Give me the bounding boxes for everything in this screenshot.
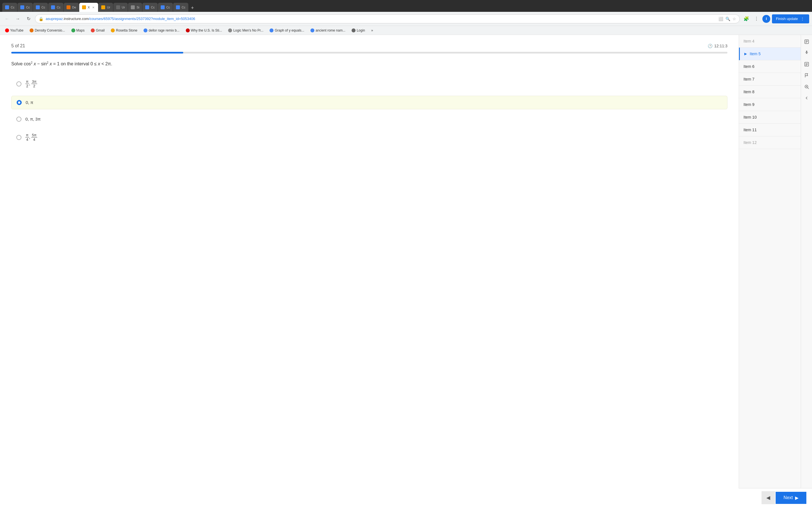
- url-display: asuprepaz.instructure.com/courses/65975/…: [46, 17, 716, 21]
- tab-9[interactable]: Si: [128, 3, 142, 12]
- radio-button-4[interactable]: [16, 135, 21, 140]
- previous-button[interactable]: ◀: [762, 491, 775, 504]
- navigation-bar: ← → ↻ 🔒 asuprepaz.instructure.com/course…: [0, 12, 812, 26]
- zoom-tool-icon[interactable]: [802, 82, 811, 91]
- option-text-1: π2, 3π2: [26, 79, 37, 89]
- back-button[interactable]: ←: [3, 15, 11, 23]
- tab-7[interactable]: Ur: [98, 3, 113, 12]
- tab-10[interactable]: Cc: [142, 3, 157, 12]
- sidebar-item-10[interactable]: Item 10: [739, 111, 801, 124]
- bookmark-logic[interactable]: Logic Men's No Pr...: [226, 27, 266, 33]
- answer-option-3[interactable]: 0, π, 3π: [11, 113, 727, 126]
- sidebar-item-11[interactable]: Item 11: [739, 124, 801, 136]
- answer-option-1[interactable]: π2, 3π2: [11, 75, 727, 93]
- tab-8[interactable]: Ur: [113, 3, 128, 12]
- security-icon: 🔒: [39, 17, 43, 21]
- option-text-2: 0, π: [26, 100, 33, 105]
- tab-4[interactable]: Cc: [48, 3, 63, 12]
- bookmark-density[interactable]: Density Conversio...: [28, 27, 67, 33]
- browser-chrome: Cc Cc Cc Cc De X ✕ Ur Ur: [0, 0, 812, 35]
- prev-arrow-icon: ◀: [766, 495, 770, 501]
- sidebar-item-9[interactable]: Item 9: [739, 98, 801, 111]
- progress-bar: [11, 52, 727, 54]
- option-text-4: π4, 5π4: [26, 133, 37, 142]
- question-text: Solve cos2 x − sin2 x = 1 on the interva…: [11, 60, 727, 68]
- radio-button-1[interactable]: [16, 81, 21, 87]
- clock-icon: 🕐: [708, 44, 712, 48]
- tab-5[interactable]: De: [64, 3, 79, 12]
- progress-bar-fill: [11, 52, 183, 54]
- tab-12[interactable]: Cc: [173, 3, 188, 12]
- new-tab-button[interactable]: +: [189, 4, 197, 12]
- active-item-arrow: ▶: [744, 52, 747, 56]
- sidebar-item-7[interactable]: Item 7: [739, 73, 801, 86]
- forward-button[interactable]: →: [13, 15, 22, 23]
- tab-11[interactable]: Cc: [158, 3, 173, 12]
- extensions-icon[interactable]: 🧩: [742, 15, 751, 23]
- bookmark-dellor[interactable]: dellor rage remix b...: [141, 27, 182, 33]
- bookmark-star-icon[interactable]: ☆: [732, 17, 736, 21]
- next-arrow-icon: ▶: [795, 495, 799, 501]
- next-button[interactable]: Next ▶: [776, 492, 806, 504]
- time-display: 🕐 12:11:3: [708, 44, 727, 48]
- cast-icon: ⬜: [718, 17, 723, 21]
- option-text-3: 0, π, 3π: [26, 117, 41, 121]
- flag-tool-icon[interactable]: [802, 71, 811, 80]
- bookmark-more[interactable]: »: [369, 27, 375, 33]
- reload-button[interactable]: ↻: [24, 15, 33, 23]
- profile-button[interactable]: I: [762, 15, 770, 23]
- sidebar-item-4[interactable]: Item 4: [739, 35, 801, 48]
- sidebar-item-8[interactable]: Item 8: [739, 86, 801, 98]
- notes-tool-icon[interactable]: [802, 60, 811, 69]
- finish-update-menu-icon: ⋮: [800, 16, 805, 22]
- radio-button-2[interactable]: [17, 100, 22, 105]
- bookmark-gmail[interactable]: Gmail: [89, 27, 107, 33]
- svg-line-10: [808, 88, 809, 89]
- bookmark-login[interactable]: Login: [349, 27, 367, 33]
- tab-3[interactable]: Cc: [33, 3, 48, 12]
- search-icon[interactable]: 🔍: [725, 17, 730, 21]
- radio-inner-2: [18, 101, 20, 104]
- bookmark-youtube[interactable]: YouTube: [3, 27, 26, 33]
- bookmark-why-us[interactable]: Why the U.S. Is Sti...: [184, 27, 224, 33]
- item-sidebar: Item 4 ▶ Item 5 Item 6 Item 7 Item 8 Ite…: [739, 35, 801, 507]
- answer-option-4[interactable]: π4, 5π4: [11, 129, 727, 146]
- calculator-tool-icon[interactable]: [802, 37, 811, 46]
- tab-close-active[interactable]: ✕: [91, 5, 95, 9]
- tab-active[interactable]: X ✕: [79, 3, 98, 12]
- sidebar-item-12[interactable]: Item 12: [739, 136, 801, 149]
- bookmark-graph[interactable]: Graph of y equals...: [267, 27, 306, 33]
- tab-1[interactable]: Cc: [2, 3, 17, 12]
- svg-point-4: [806, 51, 807, 52]
- accessibility-tool-icon[interactable]: [802, 48, 811, 57]
- sidebar-item-5[interactable]: ▶ Item 5: [739, 48, 801, 60]
- answer-option-2[interactable]: 0, π: [11, 96, 727, 109]
- question-count: 5 of 21: [11, 43, 25, 48]
- collapse-panel-icon[interactable]: [802, 94, 811, 103]
- right-tool-panel: [801, 35, 812, 507]
- bookmark-ancient-rome[interactable]: ancient rome nam...: [308, 27, 348, 33]
- finish-update-button[interactable]: Finish update ⋮: [772, 14, 809, 23]
- answer-options: π2, 3π2 0, π 0, π, 3π π4,: [11, 75, 727, 146]
- radio-button-3[interactable]: [16, 117, 21, 122]
- tab-2[interactable]: Cc: [17, 3, 33, 12]
- bookmark-rosetta[interactable]: Rosetta Stone: [109, 27, 140, 33]
- sidebar-item-6[interactable]: Item 6: [739, 60, 801, 73]
- tab-bar: Cc Cc Cc Cc De X ✕ Ur Ur: [0, 0, 812, 12]
- main-quiz-area: 5 of 21 🕐 12:11:3 Solve cos2 x − sin2 x …: [0, 35, 739, 507]
- bottom-navigation: ◀ Next ▶: [739, 488, 812, 507]
- page-content: 5 of 21 🕐 12:11:3 Solve cos2 x − sin2 x …: [0, 35, 812, 507]
- bookmark-maps[interactable]: Maps: [69, 27, 87, 33]
- question-header: 5 of 21 🕐 12:11:3: [11, 43, 727, 48]
- bookmarks-bar: YouTube Density Conversio... Maps Gmail …: [0, 26, 812, 35]
- more-menu-button[interactable]: ⋮: [752, 15, 761, 23]
- address-bar[interactable]: 🔒 asuprepaz.instructure.com/courses/6597…: [35, 14, 740, 23]
